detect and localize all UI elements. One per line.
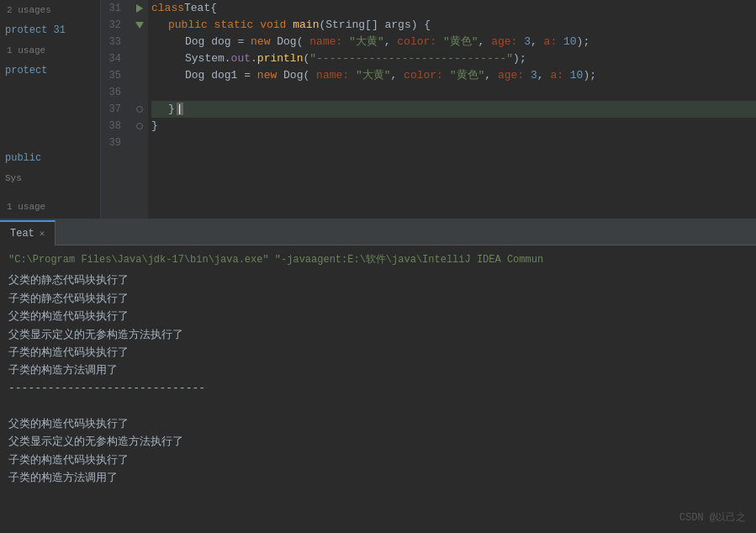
- code-line-31: class Teat {: [151, 0, 756, 17]
- code-section: 31 32 33 34 35 36 37 38 39 class Te: [101, 0, 756, 219]
- gutter-32[interactable]: [131, 17, 148, 34]
- fold-arrow-31[interactable]: [136, 4, 143, 13]
- output-line-8: 父类显示定义的无参构造方法执行了: [8, 433, 748, 451]
- gutter-38[interactable]: [131, 118, 148, 135]
- line-num-36: 36: [101, 84, 126, 101]
- output-line-6: 子类的构造方法调用了: [8, 361, 748, 379]
- output-line-4: 父类显示定义的无参构造方法执行了: [8, 326, 748, 344]
- watermark: CSDN @以己之: [679, 510, 746, 526]
- output-line-3: 父类的构造代码块执行了: [8, 308, 748, 325]
- sidebar-sys: Sys: [0, 168, 100, 188]
- line-num-32: 32: [101, 17, 126, 34]
- sidebar-protect-31[interactable]: protect 31: [0, 20, 100, 40]
- sidebar-protect-2[interactable]: protect: [0, 61, 100, 81]
- cmd-line: "C:\Program Files\Java\jdk-17\bin\java.e…: [8, 252, 748, 268]
- fold-dot-38[interactable]: [136, 123, 143, 129]
- code-content[interactable]: class Teat { public static void main(Str…: [148, 0, 756, 219]
- code-line-33: Dog dog = new Dog( name: "大黄", color: "黄…: [151, 34, 756, 50]
- code-line-38: }: [151, 118, 756, 135]
- code-line-32: public static void main(String[] args) {: [151, 17, 756, 34]
- separator-line: ------------------------------: [8, 380, 748, 398]
- output-line-9: 子类的构造代码块执行了: [8, 451, 748, 469]
- gutter-34: [131, 50, 148, 67]
- sidebar: 2 usages protect 31 1 usage protect publ…: [0, 0, 101, 219]
- editor-area: 2 usages protect 31 1 usage protect publ…: [0, 0, 756, 219]
- line-num-37: 37: [101, 101, 126, 118]
- output-line-5: 子类的构造代码块执行了: [8, 344, 748, 361]
- gutter-33: [131, 34, 148, 50]
- sidebar-usages-2: 1 usage: [0, 40, 100, 61]
- terminal-tab-teat[interactable]: Teat ✕: [0, 220, 56, 245]
- code-line-35: Dog dog1 = new Dog( name: "大黄", color: "…: [151, 67, 756, 84]
- code-line-36: [151, 84, 756, 101]
- line-num-39: 39: [101, 135, 126, 151]
- sidebar-usages-1: 2 usages: [0, 0, 100, 20]
- line-num-38: 38: [101, 118, 126, 135]
- terminal-tab-close[interactable]: ✕: [40, 228, 45, 239]
- terminal-tabs: Teat ✕: [0, 220, 756, 245]
- code-line-37: }|: [151, 101, 756, 118]
- gutter-39: [131, 135, 148, 151]
- terminal-wrapper: Teat ✕ "C:\Program Files\Java\jdk-17\bin…: [0, 219, 756, 533]
- line-num-34: 34: [101, 50, 126, 67]
- output-blank-1: [8, 398, 748, 415]
- gutter: [131, 0, 148, 219]
- output-line-1: 父类的静态代码块执行了: [8, 272, 748, 289]
- sidebar-usage-bottom: 1 usage: [0, 197, 100, 217]
- fold-dot-37[interactable]: [136, 106, 143, 113]
- line-num-31: 31: [101, 0, 126, 17]
- output-line-2: 子类的静态代码块执行了: [8, 290, 748, 308]
- terminal-tab-label: Teat: [10, 228, 34, 240]
- terminal-content[interactable]: "C:\Program Files\Java\jdk-17\bin\java.e…: [0, 245, 756, 533]
- line-numbers: 31 32 33 34 35 36 37 38 39: [101, 0, 131, 219]
- code-line-34: System.out.println("--------------------…: [151, 50, 756, 67]
- gutter-35: [131, 67, 148, 84]
- fold-arrow-32[interactable]: [135, 22, 144, 29]
- line-num-33: 33: [101, 34, 126, 50]
- gutter-36: [131, 84, 148, 101]
- line-num-35: 35: [101, 67, 126, 84]
- gutter-31[interactable]: [131, 0, 148, 17]
- code-line-39: [151, 135, 756, 151]
- output-line-10: 子类的构造方法调用了: [8, 469, 748, 487]
- output-line-7: 父类的构造代码块执行了: [8, 415, 748, 433]
- sidebar-public[interactable]: public: [0, 148, 100, 168]
- gutter-37[interactable]: [131, 101, 148, 118]
